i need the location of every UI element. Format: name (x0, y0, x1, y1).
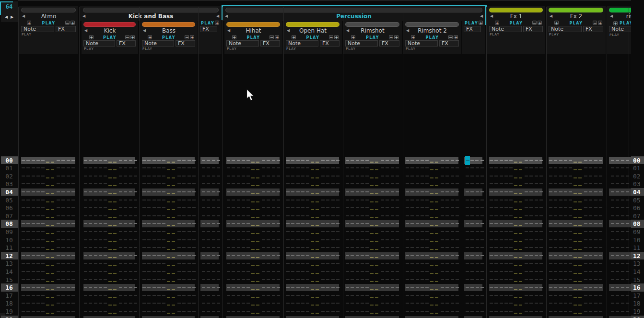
fx-dashes (119, 183, 137, 184)
kick-note-column-header[interactable]: Note (83, 40, 115, 47)
kick-remove-column-button[interactable]: − (125, 35, 129, 39)
hihat-track-name[interactable]: Hihat (224, 27, 282, 34)
open-hat-note-column-header[interactable]: Note (286, 40, 318, 47)
fx-2-add-column-button-2[interactable]: + (598, 21, 602, 25)
rimshot-2-add-column-button-2[interactable]: + (454, 35, 458, 39)
pattern-prev-arrow[interactable]: ◀ (5, 14, 8, 20)
percussion-master-play-button[interactable]: PLAY (465, 21, 479, 26)
row-beat-bar (405, 316, 458, 318)
fx-1-note-column-header[interactable]: Note (489, 26, 522, 32)
rimshot-add-column-button-2[interactable]: + (394, 35, 398, 39)
fx-1-track-name[interactable]: Fx 1 (487, 13, 545, 20)
ris-collapse-icon[interactable]: ◀ (610, 13, 613, 19)
center-dashes (514, 281, 523, 282)
hihat-note-column-header[interactable]: Note (226, 40, 259, 47)
rimshot-remove-column-button[interactable]: − (389, 35, 393, 39)
rimshot-note-column-header[interactable]: Note (345, 40, 378, 47)
kick-and-bass-master-add-column-button[interactable]: + (215, 21, 219, 25)
center-dashes (370, 265, 379, 266)
rimshot-fx-column-header[interactable]: FX (379, 40, 399, 47)
center-dashes (251, 193, 260, 194)
kick-and-bass-master-play-button[interactable]: PLAY (201, 21, 215, 26)
fx-dashes (262, 279, 280, 280)
rimshot-2-fx-column-header[interactable]: FX (439, 40, 459, 47)
center-dashes (108, 193, 117, 194)
bass-fx-column-header[interactable]: FX (176, 40, 195, 47)
fx-dashes (584, 303, 602, 304)
kick-add-column-button-2[interactable]: + (130, 35, 135, 39)
fx-dashes (466, 223, 484, 224)
note-dashes (142, 176, 165, 177)
percussion-group-name[interactable]: Percussion (222, 13, 485, 20)
atmo-note-column-header[interactable]: Note (21, 26, 54, 32)
kick-and-bass-master-fx-column-header[interactable]: FX (200, 26, 217, 32)
center-dashes (251, 289, 260, 290)
bass-track-name[interactable]: Bass (140, 27, 198, 34)
fx-1-add-column-button-2[interactable]: + (538, 21, 542, 25)
rimshot-2-color-bar[interactable] (405, 22, 459, 27)
fx-dashes (381, 295, 399, 296)
line-number-right: 15 (633, 276, 644, 284)
note-dashes (227, 183, 250, 184)
rimshot-color-bar[interactable] (345, 22, 399, 27)
atmo-remove-column-button[interactable]: − (65, 21, 70, 25)
open-hat-color-bar[interactable] (286, 22, 340, 27)
note-dashes (22, 271, 45, 272)
atmo-add-column-button-2[interactable]: + (70, 21, 75, 25)
fx-2-track-name[interactable]: Fx 2 (547, 13, 606, 20)
rimshot-2-note-column-header[interactable]: Note (405, 40, 438, 47)
fx-1-color-bar[interactable] (489, 8, 543, 12)
percussion-master-add-column-button[interactable]: + (479, 21, 483, 25)
hihat-add-column-button-2[interactable]: + (275, 35, 279, 39)
open-hat-fx-column-header[interactable]: FX (320, 40, 340, 47)
hihat-fx-column-header[interactable]: FX (260, 40, 280, 47)
open-hat-remove-column-button[interactable]: − (329, 35, 333, 39)
mouse-cursor (246, 88, 255, 102)
rimshot-2-track-name[interactable]: Rimshot 2 (403, 27, 461, 34)
fx-dashes (119, 263, 137, 264)
fx-2-color-bar[interactable] (549, 8, 603, 12)
rimshot-2-remove-column-button[interactable]: − (448, 35, 453, 39)
note-dashes (346, 207, 369, 208)
kick-play-button[interactable]: PLAY (82, 35, 138, 40)
note-dashes (611, 176, 630, 177)
hihat-remove-column-button[interactable]: − (269, 35, 274, 39)
rimshot-track-name[interactable]: Rimshot (343, 27, 402, 34)
fx-dashes (177, 247, 196, 248)
bass-remove-column-button[interactable]: − (185, 35, 189, 39)
note-dashes (22, 247, 45, 248)
bass-color-bar[interactable] (142, 22, 195, 27)
fx-dashes (584, 311, 602, 312)
center-dashes (108, 177, 117, 178)
atmo-track-name[interactable]: Atmo (19, 13, 78, 20)
pattern-length-value[interactable]: 64 (0, 3, 18, 11)
percussion-master-fx-column-header[interactable]: FX (464, 26, 481, 32)
kick-track-name[interactable]: Kick (82, 27, 138, 34)
fx-dashes (466, 239, 484, 240)
bass-play-button[interactable]: PLAY (140, 35, 198, 40)
bass-note-column-header[interactable]: Note (142, 40, 174, 47)
fx-1-fx-column-header[interactable]: FX (523, 26, 543, 32)
open-hat-track-name[interactable]: Open Hat (284, 27, 342, 34)
note-dashes (22, 176, 45, 177)
fx-2-note-column-header[interactable]: Note (549, 26, 582, 32)
percussion-group-color-bar[interactable] (225, 8, 482, 12)
fx-2-fx-column-header[interactable]: FX (583, 26, 603, 32)
atmo-fx-column-header[interactable]: FX (56, 26, 76, 32)
kick-color-bar[interactable] (83, 22, 136, 27)
fx-1-remove-column-button[interactable]: − (532, 21, 537, 25)
fx-2-remove-column-button[interactable]: − (593, 21, 597, 25)
pattern-next-arrow[interactable]: ▶ (11, 14, 13, 20)
ris-add-column-button[interactable]: + (613, 21, 618, 25)
hihat-note-play-label: PLAY (227, 47, 237, 51)
bass-add-column-button-2[interactable]: + (190, 35, 194, 39)
fx-dashes (466, 231, 484, 232)
center-dashes (311, 225, 319, 226)
atmo-color-bar[interactable] (21, 8, 76, 12)
center-dashes (46, 313, 55, 314)
kick-and-bass-group-name[interactable]: Kick and Bass (80, 13, 222, 20)
kick-fx-column-header[interactable]: FX (117, 40, 136, 47)
open-hat-add-column-button-2[interactable]: + (334, 35, 339, 39)
hihat-color-bar[interactable] (226, 22, 280, 27)
center-dashes (514, 297, 523, 298)
